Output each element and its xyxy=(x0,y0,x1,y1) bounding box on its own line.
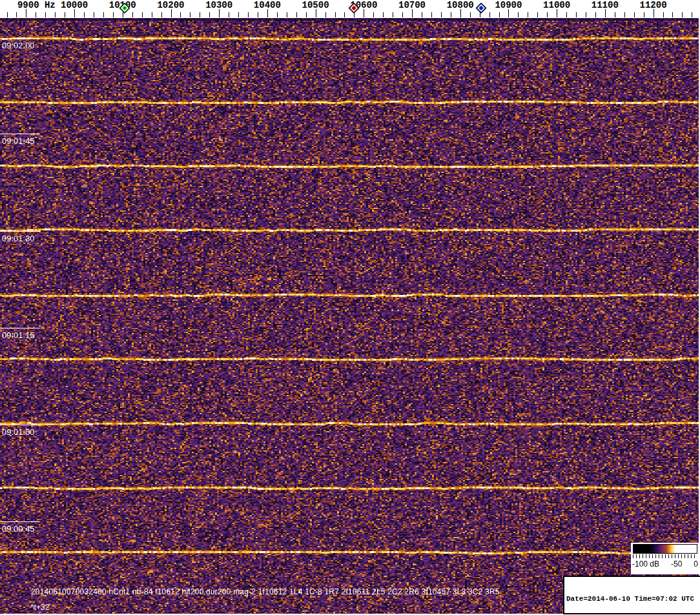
time-label: 09:01:00 xyxy=(2,427,35,437)
ruler-tick xyxy=(499,12,500,17)
ruler-tick xyxy=(692,12,692,17)
time-label: 09:02:00 xyxy=(2,41,35,50)
info-date-time: Date=2014-06-10 Time=07:02 UTC xyxy=(566,595,698,603)
ruler-tick xyxy=(16,12,17,17)
ruler-tick xyxy=(287,12,287,17)
ruler-tick xyxy=(180,12,181,17)
freq-tick-label: 10200 xyxy=(157,0,184,10)
frequency-ruler: 9900 Hz100001010010200103001040010500106… xyxy=(0,0,700,18)
spectrogram-window: 9900 Hz100001010010200103001040010500106… xyxy=(0,0,700,615)
ruler-tick xyxy=(200,12,200,17)
freq-tick-label: 10400 xyxy=(254,0,281,10)
ruler-tick xyxy=(383,12,384,17)
freq-tick-label: 9900 Hz xyxy=(17,0,56,10)
ruler-tick xyxy=(431,12,432,17)
ruler-tick xyxy=(296,12,297,17)
ruler-tick xyxy=(36,12,36,17)
freq-tick-label: 10500 xyxy=(302,0,329,10)
ruler-tick xyxy=(229,12,229,17)
ruler-tick xyxy=(65,12,65,17)
freq-tick-label: 10000 xyxy=(61,0,88,10)
ruler-tick xyxy=(624,12,625,17)
spectrogram-waterfall-canvas xyxy=(0,18,699,614)
ruler-tick xyxy=(576,12,577,17)
time-label: 09:00:45 xyxy=(2,524,35,534)
red-marker[interactable] xyxy=(349,3,360,14)
legend-label-min: -100 dB xyxy=(632,560,659,569)
ruler-tick xyxy=(94,12,94,17)
time-tick xyxy=(0,134,40,134)
ruler-tick xyxy=(566,12,567,17)
ruler-tick xyxy=(537,12,538,17)
time-tick xyxy=(0,38,40,39)
freq-tick-label: 10300 xyxy=(205,0,232,10)
time-label: 09:01:45 xyxy=(2,136,35,146)
freq-tick-label: 11000 xyxy=(543,0,570,10)
ruler-tick xyxy=(402,12,403,17)
ruler-tick xyxy=(306,12,307,17)
ruler-tick xyxy=(45,12,46,17)
ruler-tick xyxy=(393,12,393,17)
ruler-tick xyxy=(595,12,596,17)
ruler-tick xyxy=(84,12,85,17)
ruler-tick xyxy=(547,12,548,17)
ruler-tick xyxy=(489,12,490,17)
ruler-tick xyxy=(238,12,239,17)
freq-tick-label: 11200 xyxy=(640,0,667,10)
legend-label-mid: -50 xyxy=(671,560,682,569)
ruler-tick xyxy=(470,12,471,17)
ruler-tick xyxy=(142,12,143,17)
ruler-tick xyxy=(55,12,56,17)
ruler-tick xyxy=(634,12,635,17)
legend-labels: -100 dB -50 0 xyxy=(632,560,698,569)
blue-marker[interactable] xyxy=(475,3,486,14)
time-tick xyxy=(0,425,40,425)
legend-label-max: 0 xyxy=(694,560,698,569)
freq-tick-label: 11100 xyxy=(592,0,619,10)
ruler-tick xyxy=(373,12,374,17)
time-tick xyxy=(0,521,40,522)
ruler-tick xyxy=(672,12,673,17)
ruler-tick xyxy=(103,12,104,17)
time-tick xyxy=(0,231,40,232)
ruler-tick xyxy=(344,12,345,17)
legend-tick-marks xyxy=(633,554,697,558)
ruler-tick xyxy=(277,12,278,17)
ruler-tick xyxy=(7,12,8,17)
freq-tick-label: 10900 xyxy=(495,0,522,10)
ruler-tick xyxy=(451,12,451,17)
freq-tick-label: 10700 xyxy=(398,0,426,10)
ruler-tick xyxy=(663,12,664,17)
ruler-tick xyxy=(161,12,162,17)
ruler-tick xyxy=(615,12,615,17)
ruler-tick xyxy=(528,12,528,17)
ruler-tick xyxy=(682,12,683,17)
ruler-tick xyxy=(586,12,586,17)
ruler-tick xyxy=(335,12,336,17)
ruler-tick xyxy=(644,12,644,17)
ruler-tick xyxy=(190,12,190,17)
ruler-tick xyxy=(152,12,152,17)
green-marker[interactable] xyxy=(119,3,130,14)
time-tick xyxy=(0,328,40,328)
time-label: 09:01:30 xyxy=(2,234,35,243)
ruler-tick xyxy=(132,12,133,17)
ruler-tick xyxy=(209,12,210,17)
ruler-tick xyxy=(248,12,249,17)
detection-annotation-text: 20140610070032460 hCnt1 nb-84 f10612 hit… xyxy=(31,587,500,596)
freq-tick-label: 10800 xyxy=(447,0,474,10)
color-gradient-bar xyxy=(633,544,697,554)
color-scale-legend: -100 dB -50 0 xyxy=(631,543,700,574)
ruler-tick xyxy=(518,12,519,17)
status-info-box: Date=2014-06-10 Time=07:02 UTC Freq=143 … xyxy=(563,576,700,614)
time-offset-note: ^t+32 xyxy=(30,603,49,612)
ruler-tick xyxy=(422,12,422,17)
ruler-tick xyxy=(325,12,326,17)
time-label: 09:01:15 xyxy=(2,330,35,340)
ruler-tick xyxy=(441,12,442,17)
ruler-tick xyxy=(113,12,114,17)
ruler-tick xyxy=(258,12,258,17)
